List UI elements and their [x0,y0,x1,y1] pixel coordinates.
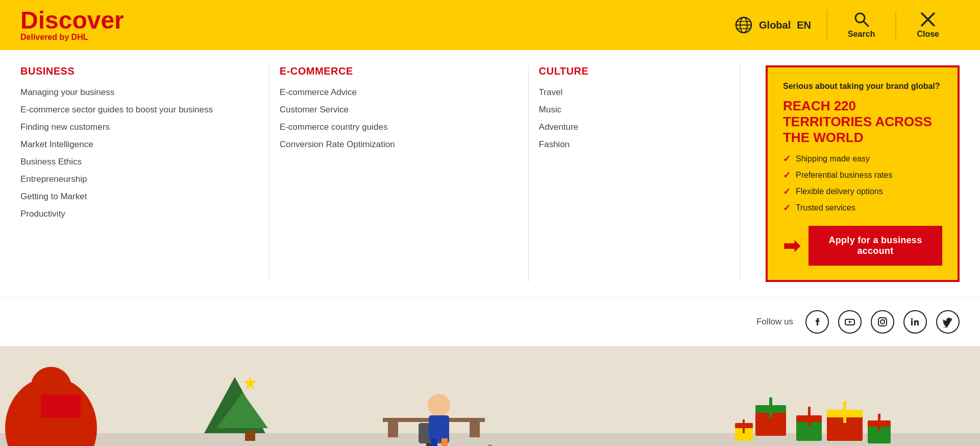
nav-link[interactable]: E-commerce Advice [280,87,357,97]
check-icon: ✓ [783,186,791,197]
list-item[interactable]: Customer Service [280,105,518,115]
svg-rect-46 [827,412,863,416]
twitter-icon[interactable] [936,310,960,334]
pagination-dot[interactable] [509,444,516,446]
pagination-dot-active[interactable] [487,444,493,446]
nav-link[interactable]: Market Intelligence [20,139,93,149]
banner-illustration [0,346,980,446]
nav-column-title-culture: CULTURE [539,65,729,77]
nav-link[interactable]: Music [539,105,561,114]
svg-rect-11 [878,318,887,326]
header-right: Global EN Search Close [719,10,960,40]
language-region: Global [759,19,791,31]
nav-link[interactable]: Managing your business [20,87,114,97]
bottom-banner [0,346,980,446]
promo-headline: REACH 220 TERRITORIES ACROSS THE WORLD [783,98,942,146]
svg-rect-14 [911,320,913,325]
svg-rect-52 [743,419,745,433]
list-item[interactable]: Managing your business [20,87,259,98]
close-button[interactable]: Close [895,11,960,39]
list-item[interactable]: Productivity [20,209,259,219]
list-item[interactable]: Getting to Market [20,192,259,202]
nav-link[interactable]: Finding new customers [20,122,110,132]
promo-checklist-item: ✓ Flexible delivery options [783,186,942,197]
check-icon: ✓ [783,153,791,165]
check-icon: ✓ [783,202,791,214]
nav-link[interactable]: Business Ethics [20,157,82,167]
list-item[interactable]: Market Intelligence [20,139,259,150]
svg-rect-26 [470,422,480,437]
list-item[interactable]: E-commerce sector guides to boost your b… [20,105,259,115]
nav-column-ecommerce: E-COMMERCE E-commerce Advice Customer Se… [280,65,529,282]
banner-cta-button[interactable] [41,394,81,418]
nav-column-culture: CULTURE Travel Music Adventure Fashion [539,65,740,282]
nav-link[interactable]: Fashion [539,139,570,149]
nav-link[interactable]: Customer Service [280,105,349,114]
nav-link[interactable]: Adventure [539,122,579,132]
nav-link[interactable]: Productivity [20,209,65,219]
list-item[interactable]: Finding new customers [20,122,259,132]
facebook-svg [812,316,823,327]
nav-link[interactable]: E-commerce country guides [280,122,388,132]
list-item[interactable]: Entrepreneurship [20,174,259,184]
instagram-svg [877,316,888,327]
promo-checklist: ✓ Shipping made easy ✓ Preferential busi… [783,153,942,214]
svg-point-15 [911,318,913,320]
close-icon [920,11,936,28]
list-item[interactable]: Conversion Rate Optimization [280,139,518,150]
search-icon [853,11,870,28]
list-item[interactable]: Adventure [539,122,729,132]
nav-dropdown: BUSINESS Managing your business E-commer… [0,50,980,298]
promo-checklist-item-label: Trusted services [796,203,855,213]
list-item[interactable]: Music [539,105,729,115]
svg-rect-31 [429,415,449,441]
nav-link[interactable]: Getting to Market [20,192,87,201]
pagination-dot[interactable] [476,444,482,446]
svg-rect-39 [755,407,786,411]
youtube-svg [844,316,855,327]
logo-tagline: Delivered by DHL [20,33,124,42]
search-label: Search [848,30,875,39]
promo-checklist-item: ✓ Trusted services [783,202,942,214]
svg-rect-32 [431,438,437,446]
svg-point-30 [428,394,450,416]
list-item[interactable]: Travel [539,87,729,98]
list-item[interactable]: Business Ethics [20,157,259,167]
follow-label: Follow us [756,317,793,327]
list-item[interactable]: E-commerce country guides [280,122,518,132]
promo-checklist-item: ✓ Shipping made easy [783,153,942,165]
nav-column-business: BUSINESS Managing your business E-commer… [20,65,270,282]
instagram-icon[interactable] [871,310,894,334]
pagination-dot[interactable] [498,444,504,446]
language-code: EN [797,19,811,31]
svg-rect-22 [245,431,255,441]
list-item[interactable]: E-commerce Advice [280,87,518,98]
nav-business-list: Managing your business E-commerce sector… [20,87,259,219]
banner-cta-label [56,402,65,410]
nav-link[interactable]: Travel [539,87,563,97]
apply-business-account-button[interactable]: Apply for a business account [808,226,942,266]
logo-discover[interactable]: Discover [20,8,124,33]
svg-point-12 [880,320,885,324]
logo-area[interactable]: Discover Delivered by DHL [20,8,124,42]
search-button[interactable]: Search [827,11,895,39]
follow-bar: Follow us [0,298,980,346]
svg-line-6 [864,21,868,26]
pagination-dot[interactable] [464,444,471,446]
promo-checklist-item-label: Preferential business rates [796,171,892,180]
nav-link[interactable]: Conversion Rate Optimization [280,139,395,149]
promo-tagline: Serious about taking your brand global? [783,82,942,91]
nav-link[interactable]: Entrepreneurship [20,174,87,184]
nav-column-title-ecommerce: E-COMMERCE [280,65,518,77]
pagination-dots [464,444,516,446]
nav-link[interactable]: E-commerce sector guides to boost your b… [20,105,213,114]
close-label: Close [917,30,939,39]
list-item[interactable]: Fashion [539,139,729,150]
promo-checklist-item: ✓ Preferential business rates [783,170,942,181]
youtube-icon[interactable] [838,310,862,334]
nav-ecommerce-list: E-commerce Advice Customer Service E-com… [280,87,518,150]
language-selector[interactable]: Global EN [719,16,826,34]
linkedin-icon[interactable] [903,310,927,334]
facebook-icon[interactable] [805,310,829,334]
svg-rect-25 [388,422,398,437]
